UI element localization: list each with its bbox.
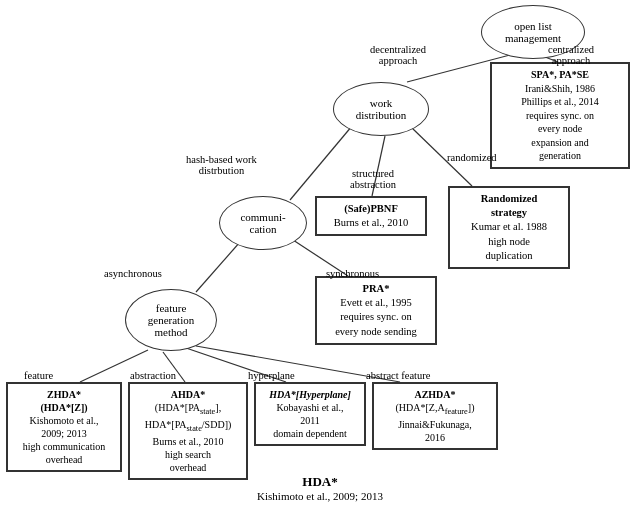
abstract-feature-label: abstract feature	[366, 370, 430, 381]
decentralized-label: decentralized approach	[370, 44, 426, 66]
communication-node: communi- cation	[219, 196, 307, 250]
randomized-strategy-box: Randomized strategy Kumar et al. 1988 hi…	[448, 186, 570, 269]
centralized-label: centralized approach	[548, 44, 594, 66]
work-distribution-node: work distribution	[333, 82, 429, 136]
synchronous-label: synchronous	[326, 268, 379, 279]
ahda-box: AHDA* (HDA*[PAstate], HDA*[PAstate/SDD])…	[128, 382, 248, 480]
asynchronous-label: asynchronous	[104, 268, 162, 279]
zhda-box: ZHDA* (HDA*[Z]) Kishomoto et al., 2009; …	[6, 382, 122, 472]
feature-generation-node: feature generation method	[125, 289, 217, 351]
kishimoto-bottom-label: Kishimoto et al., 2009; 2013	[0, 490, 640, 502]
feature-label: feature	[24, 370, 53, 381]
randomized-label: randomized	[447, 152, 497, 163]
safe-pbnf-box: (Safe)PBNF Burns et al., 2010	[315, 196, 427, 236]
pra-star-box: PRA* Evett et al., 1995 requires sync. o…	[315, 276, 437, 345]
diagram: open list management work distribution c…	[0, 0, 640, 512]
structured-label: structured abstraction	[350, 168, 396, 190]
azhda-box: AZHDA* (HDA*[Z,Afeature]) Jinnai&Fukunag…	[372, 382, 498, 450]
hash-based-label: hash-based work distrbution	[186, 154, 257, 176]
hda-star-bottom-label: HDA*	[0, 474, 640, 490]
hda-hyperplane-box: HDA*[Hyperplane] Kobayashi et al., 2011 …	[254, 382, 366, 446]
svg-line-5	[196, 242, 240, 292]
abstraction-label: abstraction	[130, 370, 176, 381]
spa-pase-box: SPA*, PA*SE Irani&Shih, 1986 Phillips et…	[490, 62, 630, 169]
svg-line-2	[290, 126, 352, 200]
hyperplane-label: hyperplane	[248, 370, 295, 381]
